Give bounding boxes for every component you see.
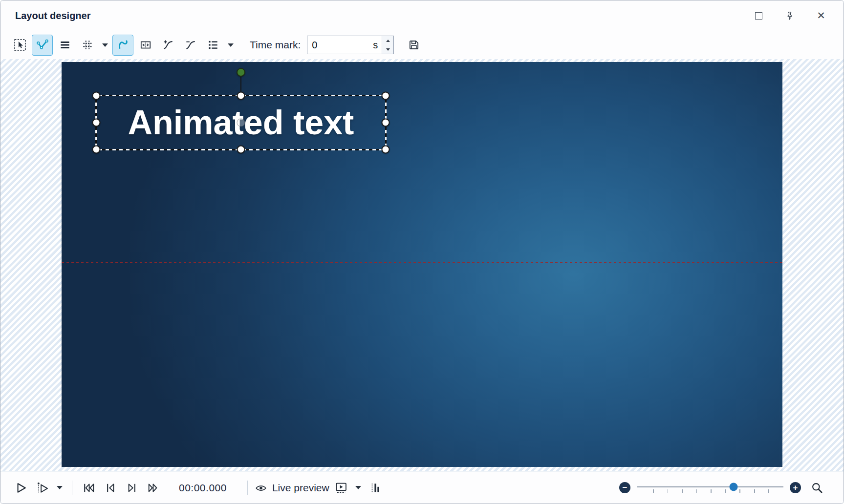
close-button[interactable]: ✕ — [811, 6, 831, 25]
titlebar: Layout designer ✕ — [0, 0, 844, 31]
time-mark-spinner — [382, 36, 393, 54]
preview-window-icon — [334, 481, 348, 495]
spinner-up-button[interactable] — [382, 36, 393, 45]
separator — [72, 481, 72, 495]
performance-stats-icon — [369, 482, 382, 494]
zoom-slider-handle[interactable] — [730, 483, 738, 491]
pin-icon — [785, 11, 795, 21]
playback-bar: 00:00.000 Live preview — [0, 471, 844, 504]
window-controls: ✕ — [749, 6, 831, 25]
zoom-controls: − + — [619, 478, 827, 498]
animation-path-toggle[interactable] — [112, 35, 133, 56]
next-frame-button[interactable] — [122, 478, 142, 498]
transform-frame-button[interactable] — [135, 35, 156, 56]
time-display: 00:00.000 — [179, 482, 227, 494]
anchor-point-handle[interactable] — [237, 119, 245, 127]
fast-forward-button[interactable] — [144, 478, 163, 498]
resize-handle-ne[interactable] — [382, 92, 390, 100]
fast-forward-icon — [147, 481, 160, 495]
layers-button[interactable] — [54, 35, 75, 56]
live-preview-toggle[interactable]: Live preview — [255, 478, 329, 498]
eye-icon — [255, 482, 267, 494]
performance-stats-button[interactable] — [366, 478, 385, 498]
chevron-down-icon — [57, 486, 63, 489]
play-button[interactable] — [11, 478, 31, 498]
center-guide-vertical — [423, 62, 423, 467]
transform-frame-icon — [139, 39, 152, 51]
previous-frame-icon — [104, 481, 117, 495]
skip-to-start-icon — [82, 481, 96, 495]
maximize-button[interactable] — [749, 6, 768, 25]
selection-box[interactable]: Animated text — [96, 96, 386, 149]
play-icon — [14, 481, 28, 495]
show-path-points-toggle[interactable] — [32, 35, 53, 56]
resize-handle-se[interactable] — [382, 146, 390, 154]
magnifier-icon — [811, 482, 823, 494]
separator — [247, 481, 248, 495]
chevron-down-icon — [102, 43, 108, 47]
play-options-dropdown-button[interactable] — [54, 478, 65, 498]
zoom-slider-ticks — [639, 489, 782, 493]
maximize-icon — [755, 12, 762, 20]
preview-options-dropdown-button[interactable] — [353, 478, 364, 498]
window-title: Layout designer — [15, 10, 90, 21]
time-mark-input[interactable] — [307, 40, 371, 51]
ease-add-button[interactable] — [157, 35, 178, 56]
layout-designer-window: Layout designer ✕ — [0, 0, 844, 504]
zoom-fit-button[interactable] — [807, 478, 827, 498]
play-from-mark-button[interactable] — [33, 478, 52, 498]
live-preview-label: Live preview — [272, 482, 329, 494]
path-points-icon — [36, 39, 49, 51]
time-mark-unit: s — [373, 40, 378, 51]
ease-remove-button[interactable] — [180, 35, 201, 56]
resize-handle-w[interactable] — [92, 119, 101, 127]
layers-icon — [59, 39, 71, 51]
design-canvas[interactable]: Animated text — [62, 62, 782, 467]
time-mark-label: Time mark: — [250, 39, 301, 51]
rotation-handle[interactable] — [237, 68, 245, 77]
time-mark-field: s — [307, 36, 394, 54]
save-icon — [408, 39, 420, 51]
animation-curve-icon — [117, 39, 130, 51]
next-frame-icon — [125, 481, 139, 495]
zoom-out-button[interactable]: − — [619, 482, 630, 493]
skip-to-start-button[interactable] — [79, 478, 99, 498]
resize-handle-s[interactable] — [237, 146, 245, 154]
keyframe-list-icon — [207, 39, 219, 51]
pin-button[interactable] — [780, 6, 800, 25]
resize-handle-n[interactable] — [237, 92, 245, 100]
grid-dropdown-button[interactable] — [99, 35, 111, 56]
resize-handle-sw[interactable] — [92, 146, 101, 154]
keyframe-list-button[interactable] — [202, 35, 223, 56]
chevron-down-icon — [355, 486, 361, 489]
select-tool-icon — [14, 39, 26, 51]
grid-icon — [81, 39, 94, 51]
keyframe-list-dropdown-button[interactable] — [225, 35, 237, 56]
resize-handle-e[interactable] — [382, 119, 390, 127]
zoom-slider-track[interactable] — [637, 486, 783, 487]
ease-remove-icon — [184, 39, 197, 51]
zoom-slider[interactable] — [637, 480, 783, 496]
preview-window-button[interactable] — [331, 478, 351, 498]
toolbar: Time mark: s — [0, 31, 844, 59]
select-tool-button[interactable] — [9, 35, 30, 56]
spinner-down-button[interactable] — [382, 45, 393, 54]
resize-handle-nw[interactable] — [92, 92, 101, 100]
play-from-mark-icon — [36, 481, 49, 495]
ease-add-icon — [162, 39, 174, 51]
grid-button[interactable] — [77, 35, 98, 56]
previous-frame-button[interactable] — [101, 478, 120, 498]
zoom-in-button[interactable]: + — [790, 482, 801, 493]
save-button[interactable] — [403, 35, 424, 56]
workspace: Animated text — [0, 59, 844, 471]
chevron-down-icon — [228, 43, 234, 47]
center-guide-horizontal — [62, 262, 782, 263]
